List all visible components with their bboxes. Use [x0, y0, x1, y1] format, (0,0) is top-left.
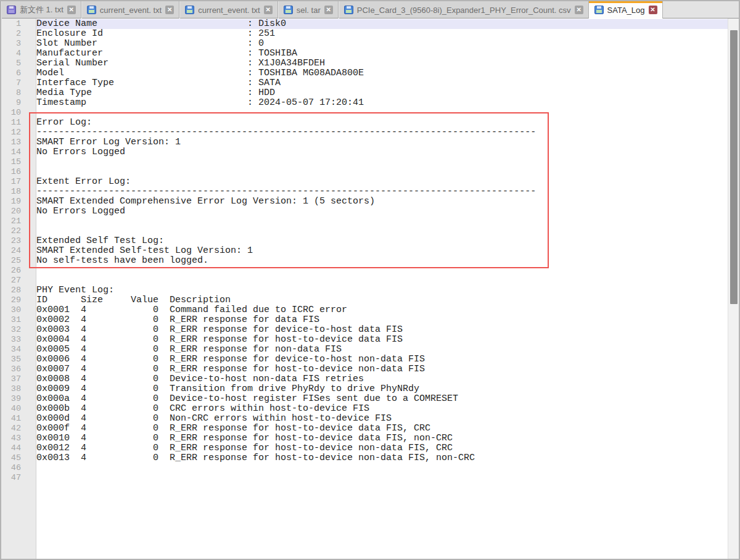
editor-line: 430x0010 4 0 R_ERR response for host-to-… — [1, 434, 728, 443]
line-text: Device Name : Disk0 — [36, 19, 728, 29]
gutter-margin — [21, 463, 36, 473]
line-number: 28 — [1, 286, 21, 295]
line-number: 40 — [1, 404, 21, 414]
line-number: 16 — [1, 167, 21, 177]
editor-line: 1Device Name : Disk0 — [1, 19, 728, 29]
line-number: 47 — [1, 473, 21, 483]
gutter-margin — [21, 177, 36, 187]
line-number: 35 — [1, 355, 21, 364]
editor-line: 330x0004 4 0 R_ERR response for host-to-… — [1, 335, 728, 345]
line-text: ----------------------------------------… — [36, 128, 728, 138]
editor-line: 22 — [1, 226, 728, 236]
line-text: No Errors Logged — [36, 147, 728, 157]
gutter-margin — [21, 246, 36, 256]
editor-line: 26 — [1, 266, 728, 276]
line-text: Media Type : HDD — [36, 88, 728, 98]
editor-line: 310x0002 4 0 R_ERR response for data FIS — [1, 315, 728, 325]
tab-close-icon[interactable]: ✕ — [649, 6, 657, 14]
editor-line: 450x0013 4 0 R_ERR response for host-to-… — [1, 453, 728, 463]
line-text — [36, 276, 728, 286]
gutter-margin — [21, 325, 36, 335]
tab-close-icon[interactable]: ✕ — [324, 6, 333, 14]
editor-line: 350x0006 4 0 R_ERR response for device-t… — [1, 355, 728, 364]
floppy-saved-icon — [87, 6, 96, 14]
line-number: 15 — [1, 157, 21, 167]
gutter-margin — [21, 256, 36, 266]
gutter-margin — [21, 424, 36, 434]
line-text: Extent Error Log: — [36, 177, 728, 187]
line-number: 31 — [1, 315, 21, 325]
gutter-margin — [21, 187, 36, 197]
gutter-margin — [21, 286, 36, 295]
editor-line: 21 — [1, 216, 728, 226]
tab-close-icon[interactable]: ✕ — [165, 6, 174, 14]
tab-1[interactable]: 新文件 1. txt✕ — [1, 1, 81, 19]
line-text — [36, 157, 728, 167]
editor-line: 6Model : TOSHIBA MG08ADA800E — [1, 68, 728, 78]
line-number: 4 — [1, 49, 21, 59]
line-number: 12 — [1, 128, 21, 138]
gutter-margin — [21, 443, 36, 453]
line-text — [36, 463, 728, 473]
gutter-margin — [21, 276, 36, 286]
gutter-margin — [21, 434, 36, 443]
editor-line: 24SMART Extended Self-test Log Version: … — [1, 246, 728, 256]
gutter-margin — [21, 394, 36, 404]
gutter-margin — [21, 108, 36, 118]
tab-6[interactable]: SATA_Log✕ — [589, 1, 663, 19]
tab-2[interactable]: current_event. txt✕ — [81, 1, 179, 19]
line-text: 0x0007 4 0 R_ERR response for host-to-de… — [36, 364, 728, 374]
tab-close-icon[interactable]: ✕ — [67, 6, 76, 14]
scrollbar-thumb[interactable] — [730, 30, 738, 304]
line-text — [36, 226, 728, 236]
gutter-margin — [21, 453, 36, 463]
line-text: PHY Event Log: — [36, 286, 728, 295]
gutter-margin — [21, 19, 36, 29]
line-text: SMART Error Log Version: 1 — [36, 138, 728, 147]
line-text: 0x0002 4 0 R_ERR response for data FIS — [36, 315, 728, 325]
line-text — [36, 266, 728, 276]
tab-label: current_event. txt — [198, 6, 260, 15]
line-number: 13 — [1, 138, 21, 147]
line-number: 27 — [1, 276, 21, 286]
editor-line: 10 — [1, 108, 728, 118]
editor-line: 29ID Size Value Description — [1, 295, 728, 305]
line-number: 2 — [1, 29, 21, 39]
line-text — [36, 167, 728, 177]
line-number: 19 — [1, 197, 21, 207]
tab-4[interactable]: sel. tar✕ — [278, 1, 339, 19]
gutter-margin — [21, 157, 36, 167]
editor-lines[interactable]: 1Device Name : Disk02Enclosure Id : 2513… — [1, 19, 728, 559]
line-number: 21 — [1, 216, 21, 226]
line-number: 1 — [1, 19, 21, 29]
line-number: 8 — [1, 88, 21, 98]
line-text: Error Log: — [36, 118, 728, 128]
tab-close-icon[interactable]: ✕ — [264, 6, 273, 14]
line-text: 0x0013 4 0 R_ERR response for host-to-de… — [36, 453, 728, 463]
tab-3[interactable]: current_event. txt✕ — [179, 1, 278, 19]
editor-line: 420x000f 4 0 R_ERR response for host-to-… — [1, 424, 728, 434]
line-number: 20 — [1, 207, 21, 216]
tab-close-icon[interactable]: ✕ — [575, 6, 583, 14]
line-number: 17 — [1, 177, 21, 187]
editor-area[interactable]: 1Device Name : Disk02Enclosure Id : 2513… — [1, 19, 739, 559]
vertical-scrollbar[interactable] — [728, 19, 739, 559]
gutter-margin — [21, 128, 36, 138]
editor-line: 360x0007 4 0 R_ERR response for host-to-… — [1, 364, 728, 374]
line-text: ----------------------------------------… — [36, 187, 728, 197]
line-text: 0x0010 4 0 R_ERR response for host-to-de… — [36, 434, 728, 443]
line-text: No Errors Logged — [36, 207, 728, 216]
line-number: 42 — [1, 424, 21, 434]
tab-5[interactable]: PCIe_Card_3_(9560-8i)_Expander1_PHY_Erro… — [339, 1, 589, 19]
gutter-margin — [21, 59, 36, 68]
floppy-saved-icon — [185, 6, 194, 14]
line-text — [36, 216, 728, 226]
line-number: 44 — [1, 443, 21, 453]
line-number: 39 — [1, 394, 21, 404]
gutter-margin — [21, 226, 36, 236]
editor-line: 300x0001 4 0 Command failed due to ICRC … — [1, 305, 728, 315]
line-number: 23 — [1, 236, 21, 246]
line-number: 43 — [1, 434, 21, 443]
floppy-saved-icon — [594, 6, 604, 14]
editor-line: 320x0003 4 0 R_ERR response for device-t… — [1, 325, 728, 335]
